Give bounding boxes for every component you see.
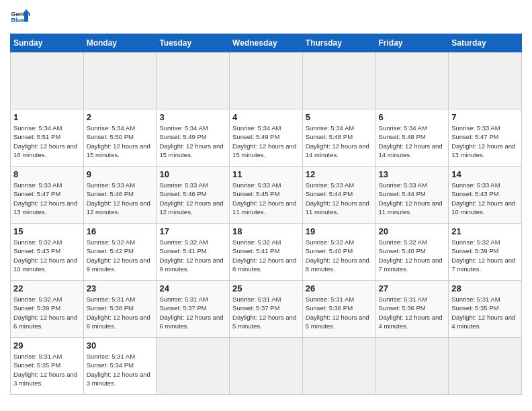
calendar-cell: 8Sunrise: 5:33 AMSunset: 5:47 PMDaylight…: [11, 167, 84, 224]
logo: General Blue: [10, 7, 30, 27]
calendar-cell: [157, 52, 230, 109]
calendar-cell: 5Sunrise: 5:34 AMSunset: 5:48 PMDaylight…: [302, 109, 375, 167]
day-info: Sunrise: 5:34 AMSunset: 5:50 PMDaylight:…: [87, 124, 154, 159]
day-number: 13: [379, 169, 446, 179]
calendar-cell: 29Sunrise: 5:31 AMSunset: 5:35 PMDayligh…: [11, 338, 84, 395]
page-header: General Blue: [10, 7, 522, 27]
day-number: 2: [87, 112, 154, 122]
column-header-thursday: Thursday: [302, 34, 375, 52]
day-info: Sunrise: 5:33 AMSunset: 5:47 PMDaylight:…: [13, 181, 81, 216]
column-header-wednesday: Wednesday: [230, 34, 303, 52]
day-number: 5: [306, 112, 373, 122]
day-info: Sunrise: 5:33 AMSunset: 5:46 PMDaylight:…: [159, 181, 226, 216]
column-header-sunday: Sunday: [11, 34, 84, 52]
calendar-cell: 22Sunrise: 5:32 AMSunset: 5:39 PMDayligh…: [11, 281, 84, 338]
day-info: Sunrise: 5:31 AMSunset: 5:38 PMDaylight:…: [87, 295, 154, 330]
calendar-cell: [230, 52, 303, 109]
svg-text:Blue: Blue: [11, 17, 25, 24]
calendar-cell: [375, 52, 449, 109]
day-number: 3: [159, 112, 226, 122]
day-info: Sunrise: 5:31 AMSunset: 5:37 PMDaylight:…: [159, 295, 226, 330]
day-info: Sunrise: 5:32 AMSunset: 5:40 PMDaylight:…: [379, 238, 446, 273]
calendar-week-row: 1Sunrise: 5:34 AMSunset: 5:51 PMDaylight…: [11, 109, 522, 167]
day-number: 26: [306, 283, 373, 293]
calendar-cell: 27Sunrise: 5:31 AMSunset: 5:36 PMDayligh…: [375, 281, 449, 338]
calendar-cell: [302, 338, 375, 395]
day-info: Sunrise: 5:33 AMSunset: 5:44 PMDaylight:…: [379, 181, 446, 216]
calendar-cell: [83, 52, 157, 109]
day-info: Sunrise: 5:31 AMSunset: 5:34 PMDaylight:…: [87, 352, 154, 387]
day-info: Sunrise: 5:33 AMSunset: 5:44 PMDaylight:…: [306, 181, 373, 216]
column-header-saturday: Saturday: [449, 34, 522, 52]
day-info: Sunrise: 5:31 AMSunset: 5:37 PMDaylight:…: [232, 295, 300, 330]
calendar-cell: [11, 52, 84, 109]
day-number: 25: [232, 283, 300, 293]
day-number: 7: [451, 112, 519, 122]
day-number: 9: [87, 169, 154, 179]
calendar-cell: 9Sunrise: 5:33 AMSunset: 5:46 PMDaylight…: [83, 167, 157, 224]
day-number: 21: [451, 226, 519, 236]
calendar-cell: 13Sunrise: 5:33 AMSunset: 5:44 PMDayligh…: [375, 167, 449, 224]
calendar-cell: 23Sunrise: 5:31 AMSunset: 5:38 PMDayligh…: [83, 281, 157, 338]
calendar-cell: 1Sunrise: 5:34 AMSunset: 5:51 PMDaylight…: [11, 109, 84, 167]
day-number: 10: [159, 169, 226, 179]
calendar-cell: 11Sunrise: 5:33 AMSunset: 5:45 PMDayligh…: [230, 167, 303, 224]
calendar-cell: 20Sunrise: 5:32 AMSunset: 5:40 PMDayligh…: [375, 224, 449, 281]
day-number: 14: [451, 169, 519, 179]
calendar-cell: 15Sunrise: 5:32 AMSunset: 5:43 PMDayligh…: [11, 224, 84, 281]
day-number: 29: [13, 340, 81, 351]
calendar-cell: [449, 52, 522, 109]
calendar-cell: 25Sunrise: 5:31 AMSunset: 5:37 PMDayligh…: [230, 281, 303, 338]
calendar-week-row: 15Sunrise: 5:32 AMSunset: 5:43 PMDayligh…: [11, 224, 522, 281]
calendar-cell: 12Sunrise: 5:33 AMSunset: 5:44 PMDayligh…: [302, 167, 375, 224]
calendar-cell: 30Sunrise: 5:31 AMSunset: 5:34 PMDayligh…: [83, 338, 157, 395]
calendar-week-row: 29Sunrise: 5:31 AMSunset: 5:35 PMDayligh…: [11, 338, 522, 395]
column-header-monday: Monday: [83, 34, 157, 52]
calendar-cell: 14Sunrise: 5:33 AMSunset: 5:43 PMDayligh…: [449, 167, 522, 224]
day-number: 28: [451, 283, 519, 293]
day-info: Sunrise: 5:32 AMSunset: 5:43 PMDaylight:…: [13, 238, 81, 273]
calendar-cell: 6Sunrise: 5:34 AMSunset: 5:48 PMDaylight…: [375, 109, 449, 167]
day-info: Sunrise: 5:31 AMSunset: 5:36 PMDaylight:…: [379, 295, 446, 330]
day-number: 1: [13, 112, 81, 122]
calendar-cell: 28Sunrise: 5:31 AMSunset: 5:35 PMDayligh…: [449, 281, 522, 338]
day-info: Sunrise: 5:32 AMSunset: 5:41 PMDaylight:…: [232, 238, 300, 273]
day-number: 12: [306, 169, 373, 179]
day-number: 8: [13, 169, 81, 179]
calendar-cell: 26Sunrise: 5:31 AMSunset: 5:36 PMDayligh…: [302, 281, 375, 338]
day-info: Sunrise: 5:33 AMSunset: 5:46 PMDaylight:…: [87, 181, 154, 216]
calendar-week-row: [11, 52, 522, 109]
day-info: Sunrise: 5:34 AMSunset: 5:49 PMDaylight:…: [232, 124, 300, 159]
calendar-cell: 18Sunrise: 5:32 AMSunset: 5:41 PMDayligh…: [230, 224, 303, 281]
calendar-cell: 21Sunrise: 5:32 AMSunset: 5:39 PMDayligh…: [449, 224, 522, 281]
calendar-cell: 24Sunrise: 5:31 AMSunset: 5:37 PMDayligh…: [157, 281, 230, 338]
day-info: Sunrise: 5:31 AMSunset: 5:36 PMDaylight:…: [306, 295, 373, 330]
calendar-cell: 10Sunrise: 5:33 AMSunset: 5:46 PMDayligh…: [157, 167, 230, 224]
day-number: 30: [87, 340, 154, 351]
day-number: 18: [232, 226, 300, 236]
day-info: Sunrise: 5:33 AMSunset: 5:45 PMDaylight:…: [232, 181, 300, 216]
day-number: 6: [379, 112, 446, 122]
day-info: Sunrise: 5:32 AMSunset: 5:42 PMDaylight:…: [87, 238, 154, 273]
day-info: Sunrise: 5:33 AMSunset: 5:47 PMDaylight:…: [451, 124, 519, 159]
calendar-week-row: 22Sunrise: 5:32 AMSunset: 5:39 PMDayligh…: [11, 281, 522, 338]
calendar-header-row: SundayMondayTuesdayWednesdayThursdayFrid…: [11, 34, 522, 52]
day-info: Sunrise: 5:34 AMSunset: 5:51 PMDaylight:…: [13, 124, 81, 159]
day-info: Sunrise: 5:32 AMSunset: 5:40 PMDaylight:…: [306, 238, 373, 273]
day-info: Sunrise: 5:32 AMSunset: 5:39 PMDaylight:…: [451, 238, 519, 273]
day-number: 27: [379, 283, 446, 293]
calendar-week-row: 8Sunrise: 5:33 AMSunset: 5:47 PMDaylight…: [11, 167, 522, 224]
day-info: Sunrise: 5:34 AMSunset: 5:48 PMDaylight:…: [379, 124, 446, 159]
calendar-cell: 17Sunrise: 5:32 AMSunset: 5:41 PMDayligh…: [157, 224, 230, 281]
day-number: 19: [306, 226, 373, 236]
day-info: Sunrise: 5:31 AMSunset: 5:35 PMDaylight:…: [13, 352, 81, 387]
day-info: Sunrise: 5:32 AMSunset: 5:41 PMDaylight:…: [159, 238, 226, 273]
calendar-cell: [230, 338, 303, 395]
calendar-cell: 2Sunrise: 5:34 AMSunset: 5:50 PMDaylight…: [83, 109, 157, 167]
calendar-cell: [157, 338, 230, 395]
day-info: Sunrise: 5:32 AMSunset: 5:39 PMDaylight:…: [13, 295, 81, 330]
day-info: Sunrise: 5:33 AMSunset: 5:43 PMDaylight:…: [451, 181, 519, 216]
calendar-cell: [449, 338, 522, 395]
day-number: 22: [13, 283, 81, 293]
day-number: 16: [87, 226, 154, 236]
